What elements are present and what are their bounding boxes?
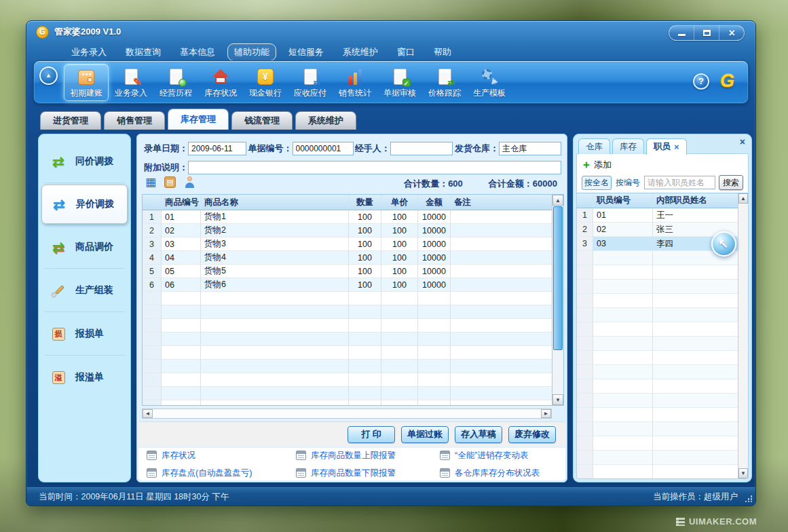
empty-table-row[interactable] (143, 387, 552, 400)
filter-by-code-toggle[interactable]: 按编号 (615, 176, 641, 189)
menu-item-data-query[interactable]: 数据查询 (119, 43, 168, 61)
report-link-qty-upper-limit-alert[interactable]: 库存商品数量上限报警 (296, 450, 440, 461)
empty-staff-row[interactable] (577, 465, 738, 478)
add-label[interactable]: 添加 (594, 159, 612, 171)
scroll-right-icon[interactable]: ► (541, 409, 551, 418)
toolbar-item-cash-bank[interactable]: ¥现金银行 (243, 64, 288, 101)
scroll-down-icon[interactable]: ▼ (552, 394, 563, 405)
empty-staff-row[interactable] (577, 308, 738, 322)
empty-staff-row[interactable] (577, 451, 738, 465)
table-row[interactable]: 606货物610010010000 (143, 278, 552, 292)
toolbar-item-production-template[interactable]: 生产模板 (467, 64, 512, 101)
staff-vertical-scrollbar[interactable]: ▲ ▼ (738, 193, 748, 478)
date-field[interactable] (188, 142, 246, 155)
maximize-button[interactable] (694, 26, 719, 40)
add-plus-icon[interactable]: + (583, 159, 590, 170)
empty-staff-row[interactable] (577, 351, 738, 365)
report-link-qty-lower-limit-alert[interactable]: 库存商品数量下限报警 (296, 468, 440, 479)
empty-staff-row[interactable] (577, 436, 738, 451)
help-icon[interactable]: ? (693, 73, 709, 90)
agent-field[interactable] (390, 142, 453, 155)
tab-purchase[interactable]: 进货管理 (40, 111, 101, 130)
sidebar-item-production-assembly[interactable]: 生产组装 (39, 269, 130, 312)
scroll-down-icon[interactable]: ▼ (738, 468, 748, 478)
post-voucher-button[interactable]: 单据过账 (401, 426, 449, 443)
empty-staff-row[interactable] (577, 280, 738, 294)
empty-table-row[interactable] (143, 373, 552, 387)
empty-staff-row[interactable] (577, 394, 738, 408)
menu-item-basic-info[interactable]: 基本信息 (173, 43, 222, 61)
menu-item-window[interactable]: 窗口 (390, 43, 421, 61)
empty-table-row[interactable] (143, 332, 552, 346)
scroll-up-icon[interactable]: ▲ (552, 195, 563, 206)
table-row[interactable]: 505货物510010010000 (143, 265, 552, 278)
toolbar-item-inventory-status[interactable]: 库存状况 (198, 64, 243, 101)
lookup-tab-inventory[interactable]: 库存 (612, 138, 644, 154)
tab-inventory[interactable]: 库存管理 (168, 109, 229, 130)
tab-system[interactable]: 系统维护 (295, 111, 356, 130)
warehouse-lookup-icon[interactable]: ▦ (145, 176, 156, 188)
tab-sales[interactable]: 销售管理 (104, 111, 165, 130)
empty-table-row[interactable] (143, 346, 552, 360)
save-draft-button[interactable]: 存入草稿 (455, 426, 502, 443)
empty-staff-row[interactable] (577, 422, 738, 436)
empty-table-row[interactable] (143, 319, 552, 332)
items-horizontal-scrollbar[interactable]: ◄ ► (142, 408, 552, 419)
empty-staff-row[interactable] (577, 322, 738, 337)
menu-item-help[interactable]: 帮助 (427, 43, 458, 61)
toolbar-item-voucher-audit[interactable]: ✓单据审核 (377, 64, 422, 101)
discard-changes-button[interactable]: 废弃修改 (508, 426, 556, 443)
table-row[interactable]: 202货物210010010000 (143, 224, 552, 238)
menu-item-aux-functions[interactable]: 辅助功能 (227, 43, 276, 61)
sidebar-item-price-adjust[interactable]: ⇄商品调价 (39, 225, 130, 269)
scroll-up-icon[interactable]: ▲ (738, 193, 748, 204)
items-vertical-scrollbar[interactable]: ▲ ▼ (552, 195, 563, 405)
staff-row[interactable]: 101王一 (577, 208, 738, 223)
scroll-left-icon[interactable]: ◄ (143, 409, 153, 418)
inventory-lookup-icon[interactable]: ▤ (164, 176, 176, 188)
toolbar-item-business-entry[interactable]: ✎业务录入 (109, 64, 153, 101)
staff-lookup-icon[interactable] (184, 176, 195, 188)
empty-table-row[interactable] (143, 305, 552, 319)
note-field[interactable] (188, 161, 561, 174)
lookup-tab-staff[interactable]: 职员× (646, 138, 687, 155)
tab-close-icon[interactable]: × (674, 142, 679, 151)
menu-item-system-maintenance[interactable]: 系统维护 (336, 43, 385, 61)
report-link-stocktake[interactable]: 库存盘点(自动盘盈盘亏) (147, 468, 296, 479)
search-button[interactable]: 搜索 (719, 175, 743, 190)
empty-table-row[interactable] (143, 292, 552, 305)
report-link-inventory-status[interactable]: 库存状况 (147, 450, 296, 461)
sidebar-item-overflow-report[interactable]: 溢报溢单 (39, 356, 130, 399)
title-bar[interactable]: G 管家婆2009 V1.0 × (26, 21, 755, 43)
table-row[interactable]: 101货物110010010000 (143, 210, 552, 224)
staff-row[interactable]: 202张三 (577, 223, 738, 237)
toolbar-item-history[interactable]: 经营历程 (153, 64, 198, 101)
empty-staff-row[interactable] (577, 265, 738, 280)
lookup-tab-warehouse[interactable]: 仓库 (578, 138, 610, 154)
sidebar-item-diff-price-transfer[interactable]: ⇄异价调拨 (41, 185, 128, 224)
voucher-no-field[interactable] (293, 142, 354, 155)
print-button[interactable]: 打 印 (348, 426, 395, 443)
menu-item-sms-service[interactable]: 短信服务 (282, 43, 331, 61)
toolbar-item-initial-setup[interactable]: 初期建账 (64, 64, 109, 101)
toolbar-item-receivable-payable[interactable]: ⇄应收应付 (288, 64, 333, 101)
staff-search-input[interactable] (644, 176, 715, 189)
report-link-allround-flow-table[interactable]: “全能”进销存变动表 (440, 450, 557, 461)
toolbar-item-price-tracking[interactable]: ⇄价格跟踪 (422, 64, 467, 101)
resize-grip[interactable] (745, 495, 752, 502)
empty-staff-row[interactable] (577, 379, 738, 394)
menu-item-business-entry[interactable]: 业务录入 (64, 43, 113, 61)
report-link-warehouse-distribution[interactable]: 各仓库库存分布状况表 (440, 468, 557, 479)
empty-table-row[interactable] (143, 360, 552, 373)
filter-by-name-toggle[interactable]: 按全名 (582, 176, 612, 190)
minimize-button[interactable] (669, 26, 694, 40)
sidebar-item-same-price-transfer[interactable]: ⇄同价调拨 (39, 140, 130, 183)
empty-table-row[interactable] (143, 400, 552, 405)
empty-staff-row[interactable] (577, 251, 738, 265)
empty-staff-row[interactable] (577, 365, 738, 379)
collapse-toolbar-button[interactable]: ▲ (39, 66, 58, 85)
warehouse-field[interactable] (499, 142, 561, 155)
table-row[interactable]: 303货物310010010000 (143, 238, 552, 251)
close-button[interactable]: × (719, 26, 744, 40)
empty-staff-row[interactable] (577, 337, 738, 351)
